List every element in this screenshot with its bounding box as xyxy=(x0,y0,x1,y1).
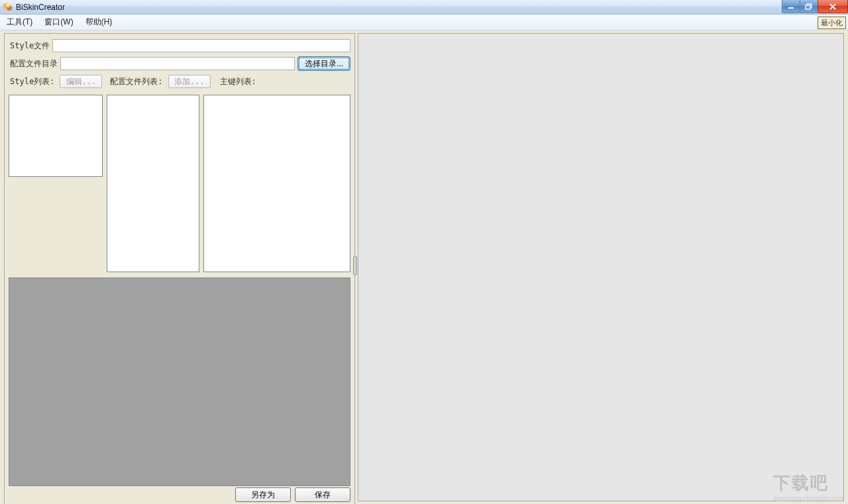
menu-help[interactable]: 帮助(H) xyxy=(85,17,113,28)
style-list-edit-button[interactable]: 编辑... xyxy=(60,75,102,88)
save-as-button[interactable]: 另存为 xyxy=(235,487,291,502)
form-area: Style文件 配置文件目录 选择目录... Style列表: 编辑... 配置… xyxy=(5,34,354,95)
svg-point-2 xyxy=(6,3,10,7)
style-file-input[interactable] xyxy=(52,39,350,52)
restore-button[interactable] xyxy=(800,0,818,13)
title-bar: BiSkinCreator xyxy=(0,0,848,15)
menu-bar: 工具(T) 窗口(W) 帮助(H) 最小化 xyxy=(0,15,848,30)
svg-rect-3 xyxy=(788,7,794,9)
key-list-box[interactable] xyxy=(203,95,350,272)
save-button[interactable]: 保存 xyxy=(295,487,350,502)
config-list-add-button[interactable]: 添加... xyxy=(168,75,211,88)
style-file-label: Style文件 xyxy=(10,40,50,52)
bottom-bar: 另存为 保存 xyxy=(5,486,354,504)
close-button[interactable] xyxy=(818,0,848,13)
minimize-button[interactable] xyxy=(782,0,800,13)
left-panel: Style文件 配置文件目录 选择目录... Style列表: 编辑... 配置… xyxy=(4,33,355,504)
preview-panel xyxy=(9,277,350,486)
menu-tools[interactable]: 工具(T) xyxy=(7,17,32,28)
config-dir-label: 配置文件目录 xyxy=(10,58,58,70)
key-list-label: 主键列表: xyxy=(220,76,256,87)
lists-row xyxy=(5,95,354,272)
splitter-handle[interactable] xyxy=(353,256,357,275)
app-icon xyxy=(3,2,13,13)
config-dir-input[interactable] xyxy=(60,57,295,70)
minimize-corner-button[interactable]: 最小化 xyxy=(818,17,846,29)
style-list-label: Style列表: xyxy=(10,76,54,87)
workspace: Style文件 配置文件目录 选择目录... Style列表: 编辑... 配置… xyxy=(0,30,848,504)
config-list-label: 配置文件列表: xyxy=(110,76,162,87)
config-file-list-box[interactable] xyxy=(107,95,199,272)
select-dir-button[interactable]: 选择目录... xyxy=(297,56,350,71)
window-title: BiSkinCreator xyxy=(16,3,65,12)
menu-window[interactable]: 窗口(W) xyxy=(44,17,73,28)
right-panel xyxy=(358,33,844,501)
window-controls xyxy=(782,0,848,13)
style-list-box[interactable] xyxy=(9,95,103,177)
svg-rect-5 xyxy=(806,5,810,9)
